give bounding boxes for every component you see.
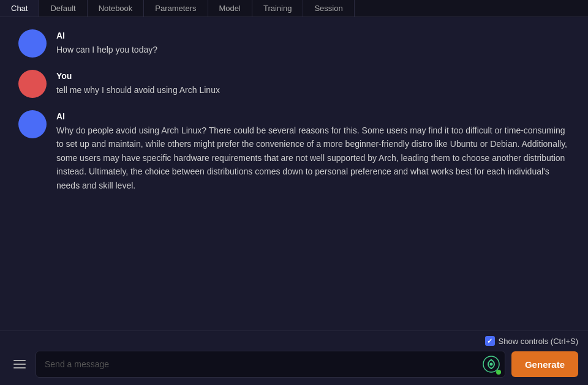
- hamburger-line: [13, 364, 26, 365]
- message-text: tell me why I should avoid using Arch Li…: [56, 83, 570, 97]
- tab-parameters[interactable]: Parameters: [144, 0, 208, 17]
- avatar: [18, 29, 47, 58]
- input-row: Generate: [10, 351, 578, 378]
- bottom-section: Show controls (Ctrl+S) Generate: [0, 331, 588, 385]
- tab-training[interactable]: Training: [252, 0, 303, 17]
- message-row: AI How can I help you today?: [18, 29, 570, 58]
- message-input[interactable]: [36, 351, 505, 377]
- show-controls-checkbox-label[interactable]: Show controls (Ctrl+S): [485, 336, 578, 346]
- top-navigation: Chat Default Notebook Parameters Model T…: [0, 0, 588, 17]
- hamburger-line: [13, 360, 26, 361]
- message-input-wrapper: [36, 351, 505, 378]
- status-dot: [496, 370, 501, 375]
- message-author: You: [56, 71, 570, 81]
- message-text: Why do people avoid using Arch Linux? Th…: [56, 124, 570, 192]
- message-content: AI How can I help you today?: [56, 29, 570, 56]
- show-controls-row: Show controls (Ctrl+S): [10, 336, 578, 346]
- tab-chat[interactable]: Chat: [0, 0, 39, 17]
- generate-button[interactable]: Generate: [511, 351, 578, 377]
- message-content: You tell me why I should avoid using Arc…: [56, 70, 570, 97]
- show-controls-label: Show controls (Ctrl+S): [499, 337, 578, 346]
- message-row: AI Why do people avoid using Arch Linux?…: [18, 110, 570, 192]
- hamburger-button[interactable]: [10, 356, 29, 372]
- avatar: [18, 70, 47, 98]
- avatar: [18, 110, 47, 138]
- tab-session[interactable]: Session: [303, 0, 354, 17]
- message-content: AI Why do people avoid using Arch Linux?…: [56, 110, 570, 192]
- message-row: You tell me why I should avoid using Arc…: [18, 70, 570, 98]
- tab-default[interactable]: Default: [39, 0, 87, 17]
- message-author: AI: [56, 31, 570, 40]
- tab-model[interactable]: Model: [208, 0, 252, 17]
- hamburger-line: [13, 367, 26, 368]
- message-author: AI: [56, 111, 570, 121]
- svg-point-1: [489, 363, 492, 366]
- chat-area: AI How can I help you today? You tell me…: [0, 17, 588, 331]
- message-text: How can I help you today?: [56, 43, 570, 56]
- tab-notebook[interactable]: Notebook: [88, 0, 145, 17]
- show-controls-checkbox[interactable]: [485, 336, 495, 346]
